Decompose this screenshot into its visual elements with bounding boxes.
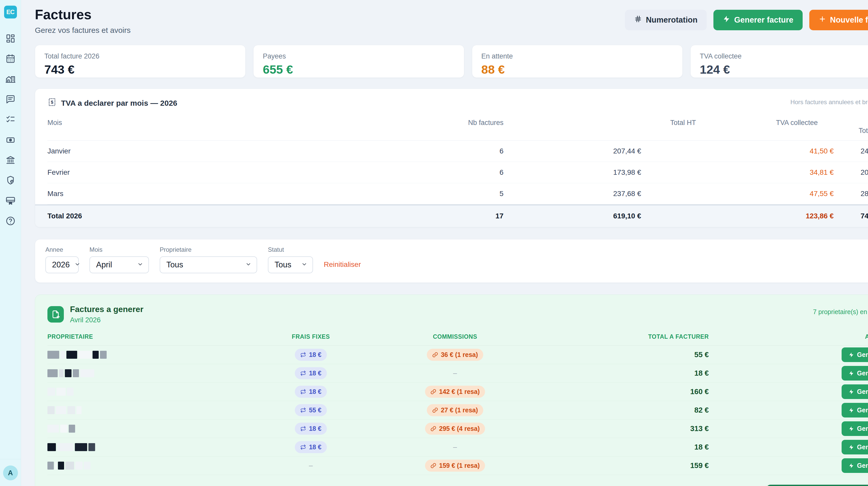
- page-subtitle: Gerez vos factures et avoirs: [35, 26, 130, 35]
- total-a-facturer-cell: 55 €: [542, 350, 709, 359]
- redact-block: [73, 369, 79, 377]
- owner-name-redacted: [48, 406, 254, 414]
- sidebar-item-dashboard[interactable]: [5, 33, 16, 45]
- frais-fixes-cell: –: [254, 462, 368, 469]
- generer-row-button[interactable]: Generer: [842, 403, 868, 418]
- tva-table-body: Janvier6207,44 €41,50 €248,94 €Fevrier61…: [48, 141, 868, 227]
- sidebar-item-security[interactable]: [5, 175, 16, 187]
- redact-block: [84, 462, 91, 469]
- frais-fixes-cell: 18 €: [254, 367, 368, 379]
- frais-fixes-cell: 18 €: [254, 386, 368, 398]
- owner-name-redacted: [48, 462, 254, 469]
- frais-fixes-badge: 18 €: [295, 441, 327, 453]
- link-icon: [430, 426, 436, 432]
- shield-user-icon: [6, 175, 16, 186]
- generate-table-row: 18 €36 € (1 resa)55 €Generer: [48, 346, 868, 364]
- stat-value: 88 €: [482, 62, 673, 77]
- frais-fixes-cell: 18 €: [254, 423, 368, 435]
- filter-mois: Mois April: [90, 246, 149, 273]
- stat-label: Payees: [263, 52, 455, 60]
- help-icon: [6, 216, 16, 227]
- redact-block: [67, 388, 73, 396]
- redact-block: [55, 462, 57, 469]
- sidebar-item-messages[interactable]: [5, 94, 16, 106]
- frais-fixes-cell: 18 €: [254, 441, 368, 453]
- generate-all-button[interactable]: Generer toutes les factures: [766, 485, 868, 486]
- redact-block: [48, 351, 59, 359]
- total-a-facturer-cell: 313 €: [542, 424, 709, 433]
- proprietaire-select[interactable]: Tous: [160, 256, 257, 273]
- statut-select[interactable]: Tous: [268, 256, 313, 273]
- owner-name-redacted: [48, 388, 254, 396]
- reset-filters-link[interactable]: Reinitialiser: [324, 260, 361, 269]
- stat-card-total: Total facture 2026 743 €: [35, 45, 246, 78]
- generer-row-button[interactable]: Generer: [842, 458, 868, 473]
- generer-facture-button[interactable]: Generer facture: [713, 10, 803, 30]
- repeat-icon: [300, 407, 306, 413]
- action-cell: Generer: [709, 440, 868, 454]
- app-logo[interactable]: EC: [4, 6, 17, 19]
- pending-count: 7 proprietaire(s) en attente: [813, 308, 868, 316]
- annee-select[interactable]: 2026: [45, 256, 79, 273]
- cell-ht: 237,68 €: [503, 190, 641, 198]
- redact-block: [67, 406, 75, 414]
- tva-table-row: Janvier6207,44 €41,50 €248,94 €: [48, 141, 868, 162]
- filter-annee: Annee 2026: [45, 246, 79, 273]
- action-cell: Generer: [709, 403, 868, 418]
- sidebar: EC A: [0, 0, 21, 486]
- cell-tva: 34,81 €: [641, 168, 834, 176]
- mois-select[interactable]: April: [90, 256, 149, 273]
- bolt-icon: [848, 445, 854, 450]
- chevron-down-icon: [74, 260, 81, 269]
- tva-card: $ TVA a declarer par mois — 2026 Hors fa…: [35, 88, 868, 227]
- empty-dash: –: [453, 443, 457, 451]
- generate-table-row: 18 €142 € (1 resa)160 €Generer: [48, 382, 868, 401]
- generer-row-button[interactable]: Generer: [842, 421, 868, 436]
- sidebar-item-tasks[interactable]: [5, 114, 16, 126]
- generer-row-button[interactable]: Generer: [842, 440, 868, 454]
- generer-row-button[interactable]: Generer: [842, 366, 868, 380]
- cell-nb: 17: [366, 212, 503, 220]
- stat-label: Total facture 2026: [44, 52, 236, 60]
- redact-block: [100, 351, 106, 359]
- generer-row-button[interactable]: Generer: [842, 384, 868, 399]
- user-avatar[interactable]: A: [3, 465, 18, 480]
- cell-tva: 123,86 €: [641, 212, 834, 220]
- repeat-icon: [300, 389, 306, 395]
- commission-cell: 159 € (1 resa): [368, 460, 542, 471]
- cell-mois: Mars: [48, 190, 366, 198]
- total-a-facturer-cell: 159 €: [542, 461, 709, 470]
- bolt-icon: [848, 352, 854, 358]
- tva-table-header: Mois Nb factures Total HT TVA collectee …: [48, 116, 868, 141]
- building-home-icon: [6, 74, 16, 85]
- sidebar-item-properties[interactable]: [5, 74, 16, 85]
- numerotation-button[interactable]: Numerotation: [625, 10, 707, 30]
- stat-card-payees: Payees 655 €: [253, 45, 464, 78]
- sidebar-item-help[interactable]: [5, 216, 16, 227]
- repeat-icon: [300, 426, 306, 432]
- cell-ttc: 208,79 €: [834, 168, 868, 176]
- checklist-icon: [6, 115, 16, 125]
- bolt-icon: [848, 426, 854, 432]
- repeat-icon: [300, 444, 306, 450]
- tva-total-row: Total 202617619,10 €123,86 €742,96 €: [35, 204, 868, 227]
- sidebar-item-payments[interactable]: [5, 135, 16, 146]
- commission-badge: 295 € (4 resa): [425, 423, 485, 435]
- stat-label: En attente: [482, 52, 673, 60]
- sidebar-item-calendar[interactable]: [5, 54, 16, 65]
- bank-icon: [6, 155, 16, 166]
- nouvelle-facture-button[interactable]: Nouvelle facture: [809, 10, 868, 30]
- stat-value: 124 €: [700, 62, 868, 77]
- cell-nb: 6: [366, 147, 503, 155]
- commission-cell: 295 € (4 resa): [368, 423, 542, 435]
- generate-table-row: –159 € (1 resa)159 €Generer: [48, 457, 868, 475]
- generate-table-row: 18 €–18 €Generer: [48, 438, 868, 457]
- stat-card-tva: TVA collectee 124 €: [690, 45, 868, 78]
- redact-block: [60, 425, 67, 433]
- redact-block: [93, 351, 99, 359]
- generer-row-button[interactable]: Generer: [842, 347, 868, 362]
- commission-badge: 142 € (1 resa): [425, 386, 485, 398]
- bolt-icon: [848, 407, 854, 413]
- sidebar-item-training[interactable]: [5, 196, 16, 207]
- sidebar-item-bank[interactable]: [5, 155, 16, 166]
